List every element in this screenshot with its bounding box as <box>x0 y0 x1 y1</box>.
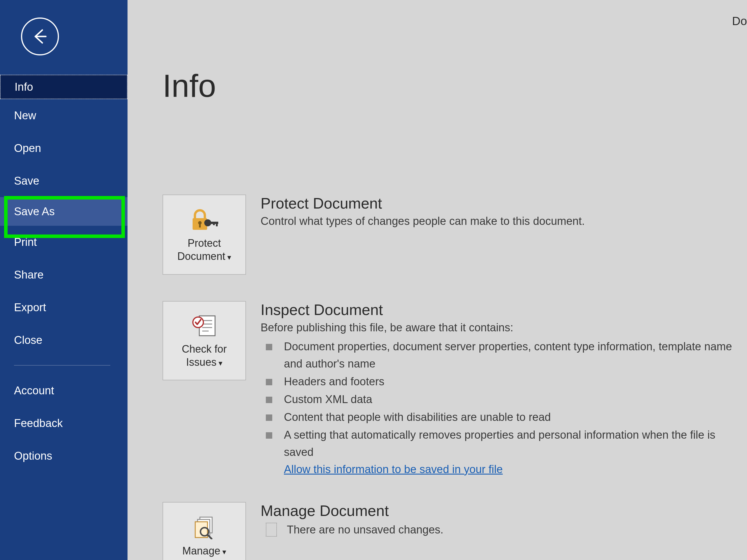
document-check-icon <box>191 313 217 339</box>
nav-label: Options <box>14 450 52 462</box>
inspect-text: Inspect Document Before publishing this … <box>261 301 747 476</box>
document-outline-icon <box>266 523 277 537</box>
backstage-sidebar: Info New Open Save Save As Print Share E… <box>0 0 128 560</box>
list-item: Document properties, document server pro… <box>261 338 735 372</box>
check-for-issues-button[interactable]: Check for Issues <box>162 301 246 380</box>
nav-item-account[interactable]: Account <box>0 374 128 407</box>
nav-item-share[interactable]: Share <box>0 259 128 291</box>
titlebar-text-fragment: Do <box>732 15 747 28</box>
protect-document-button[interactable]: Protect Document <box>162 194 246 275</box>
button-label: Manage <box>182 544 226 557</box>
button-label: Protect Document <box>177 237 231 263</box>
nav-label: Account <box>14 384 54 397</box>
nav-item-new[interactable]: New <box>0 99 128 132</box>
nav-item-close[interactable]: Close <box>0 324 128 356</box>
nav-item-export[interactable]: Export <box>0 291 128 324</box>
content-pane: Do Info Protect Document Protect Documen… <box>128 0 747 560</box>
button-label: Check for Issues <box>182 342 227 369</box>
section-desc: Control what types of changes people can… <box>261 214 585 229</box>
nav-label: Feedback <box>14 417 63 430</box>
nav-list: Info New Open Save Save As Print Share E… <box>0 75 128 472</box>
manage-section: Manage Manage Document There are no unsa… <box>162 502 747 560</box>
page-title: Info <box>162 67 747 104</box>
protect-section: Protect Document Protect Document Contro… <box>162 194 747 275</box>
nav-label: Info <box>15 81 33 93</box>
section-desc: Before publishing this file, be aware th… <box>261 320 735 335</box>
back-arrow-icon <box>31 28 49 45</box>
allow-info-link[interactable]: Allow this information to be saved in yo… <box>284 463 503 476</box>
svg-rect-3 <box>199 223 201 228</box>
section-heading: Protect Document <box>261 194 585 212</box>
manage-text: Manage Document There are no unsaved cha… <box>261 502 455 560</box>
list-item: A setting that automatically removes pro… <box>261 426 735 461</box>
nav-label: New <box>14 109 36 122</box>
lock-key-icon <box>190 207 219 233</box>
nav-label: Save <box>14 175 40 187</box>
nav-label: Close <box>14 334 42 347</box>
nav-item-open[interactable]: Open <box>0 132 128 164</box>
list-item: Custom XML data <box>261 391 735 408</box>
manage-document-button[interactable]: Manage <box>162 502 246 560</box>
section-heading: Inspect Document <box>261 301 735 319</box>
nav-label: Export <box>14 301 46 314</box>
nav-item-feedback[interactable]: Feedback <box>0 407 128 439</box>
list-item: Content that people with disabilities ar… <box>261 409 735 426</box>
section-heading: Manage Document <box>261 502 443 519</box>
nav-item-save[interactable]: Save <box>0 164 128 197</box>
nav-label: Open <box>14 142 41 155</box>
nav-label: Save As <box>14 205 55 218</box>
inspect-bullets: Document properties, document server pro… <box>261 338 735 460</box>
nav-item-save-as[interactable]: Save As <box>0 197 128 226</box>
nav-item-print[interactable]: Print <box>0 226 128 259</box>
protect-text: Protect Document Control what types of c… <box>261 194 596 275</box>
svg-rect-6 <box>216 222 218 226</box>
manage-desc: There are no unsaved changes. <box>287 523 443 537</box>
manage-row: There are no unsaved changes. <box>261 523 443 537</box>
svg-rect-7 <box>213 222 215 225</box>
back-button[interactable] <box>21 18 59 55</box>
nav-item-info[interactable]: Info <box>0 75 128 99</box>
nav-label: Print <box>14 236 37 248</box>
nav-item-options[interactable]: Options <box>0 439 128 472</box>
document-search-icon <box>191 514 217 541</box>
list-item: Headers and footers <box>261 373 735 390</box>
inspect-section: Check for Issues Inspect Document Before… <box>162 301 747 476</box>
nav-divider <box>14 365 110 366</box>
nav-label: Share <box>14 269 44 281</box>
